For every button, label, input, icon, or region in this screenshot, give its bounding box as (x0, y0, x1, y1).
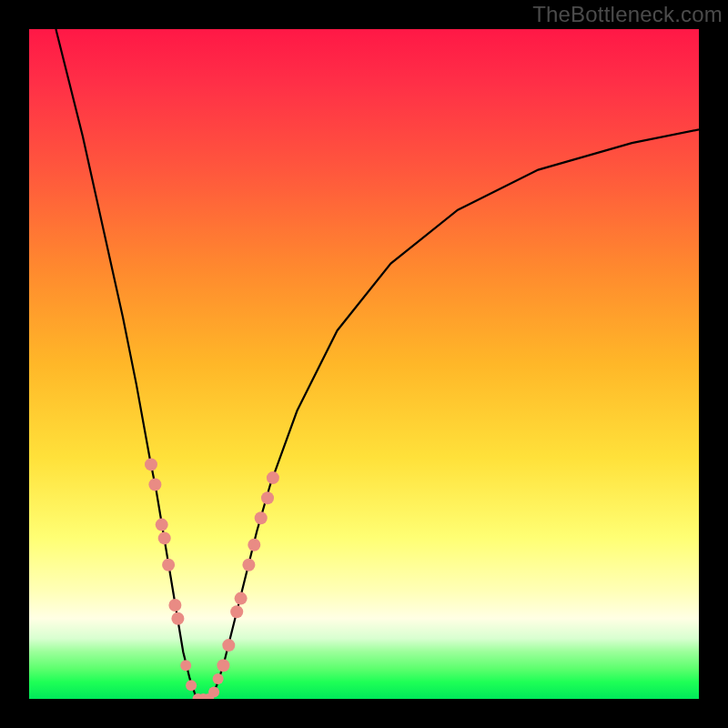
highlight-dot (261, 491, 274, 504)
highlight-dot (197, 693, 208, 699)
highlight-dot (222, 639, 235, 652)
plot-area (29, 29, 699, 699)
highlight-dot (156, 519, 168, 531)
highlight-dot (180, 660, 191, 671)
highlight-dot (168, 599, 181, 612)
curve-layer (29, 29, 699, 699)
highlight-dot (248, 539, 260, 551)
highlight-dot (145, 458, 157, 470)
highlight-dot (230, 605, 243, 618)
highlight-dot (148, 479, 161, 491)
highlight-dot (158, 531, 171, 544)
highlight-dot (186, 680, 197, 691)
highlight-dot (242, 559, 255, 571)
highlight-dot (203, 693, 214, 699)
highlight-dots (145, 458, 279, 699)
bottleneck-curve (56, 29, 699, 699)
highlight-dot (213, 673, 224, 684)
highlight-dot (217, 659, 229, 672)
highlight-dot (162, 559, 175, 571)
highlight-dot (171, 612, 184, 625)
watermark-text: TheBottleneck.com (532, 2, 723, 27)
highlight-dot (208, 687, 219, 698)
highlight-dot (235, 592, 248, 605)
chart-frame: TheBottleneck.com (0, 0, 728, 728)
highlight-dot (267, 471, 279, 484)
highlight-dot (193, 693, 204, 699)
highlight-dot (255, 511, 268, 524)
